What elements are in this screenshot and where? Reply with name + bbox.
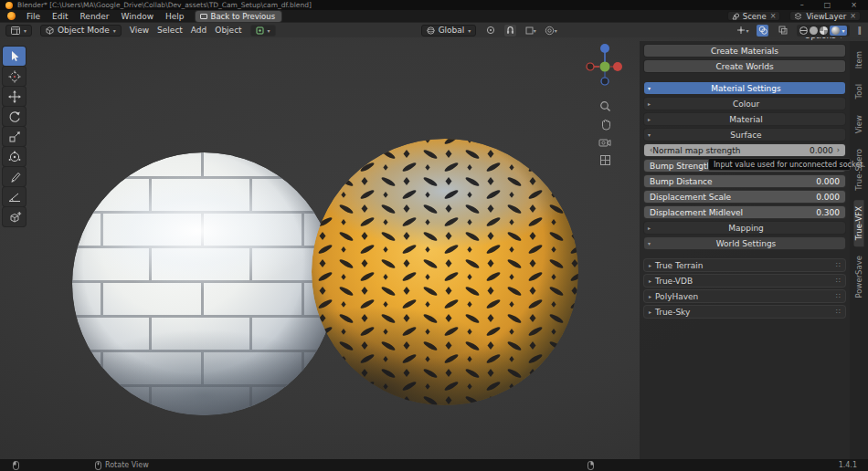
tooltip: Input value used for unconnected socket. — [708, 158, 851, 171]
tool-annotate[interactable] — [3, 167, 26, 186]
menu-view[interactable]: View — [130, 26, 149, 35]
camera-view-icon[interactable] — [598, 137, 611, 148]
displacement-scale-slider[interactable]: Displacement Scale 0.000 — [644, 191, 845, 203]
mode-dropdown[interactable]: Object Mode ▾ — [40, 25, 122, 37]
blender-menu-icon[interactable] — [7, 12, 16, 20]
chevron-down-icon: ▾ — [840, 37, 842, 39]
menu-file[interactable]: File — [26, 12, 41, 21]
menu-render[interactable]: Render — [79, 12, 111, 21]
panel-collapsed-icon: ▸ — [649, 293, 651, 299]
editor-type-button[interactable]: ▾ — [5, 25, 32, 37]
measure-icon — [7, 191, 22, 204]
menu-add[interactable]: Add — [191, 26, 206, 35]
sidebar-tabs: Item Tool View True-Spero True-VFX Power… — [850, 41, 868, 459]
tab-true-vfx[interactable]: True-VFX — [854, 200, 864, 246]
tool-transform[interactable] — [3, 147, 26, 166]
surface-sliders: ‹ Normal map strength 0.000 › Bump Stren… — [644, 144, 845, 218]
colour-subpanel[interactable]: ▸ Colour — [644, 98, 845, 110]
drag-handle-icon[interactable]: ∷ — [836, 261, 841, 269]
select-box-icon — [7, 50, 22, 63]
show-gizmo-dropdown[interactable]: ▾ — [736, 25, 748, 37]
surface-subpanel[interactable]: ▾ Surface — [644, 129, 845, 141]
tool-measure[interactable] — [3, 187, 26, 206]
material-subpanel[interactable]: ▸ Material — [644, 113, 845, 125]
transform-orientation-dropdown[interactable]: Global ▾ — [421, 25, 477, 37]
panel-collapsed-icon: ▸ — [649, 262, 651, 268]
displacement-midlevel-slider[interactable]: Displacement Midlevel 0.300 — [644, 206, 845, 218]
region-divider-icon[interactable]: ‖ — [858, 26, 863, 35]
scene-unlink-icon[interactable]: × — [770, 12, 777, 20]
scene-selector[interactable]: Scene × — [727, 11, 781, 21]
create-worlds-button[interactable]: Create Worlds — [644, 60, 845, 72]
tool-rotate[interactable] — [3, 107, 26, 126]
navigation-gizmo[interactable] — [587, 43, 623, 94]
snap-magnet-button[interactable] — [504, 25, 516, 37]
tool-move[interactable] — [3, 87, 26, 106]
material-settings-header[interactable]: ▾ Material Settings — [644, 82, 845, 94]
minimize-button[interactable]: – — [800, 1, 804, 10]
statusbar: Rotate View 1.4.1 — [0, 459, 868, 471]
tool-select-box[interactable] — [3, 47, 26, 66]
tab-powersave[interactable]: PowerSave — [854, 249, 864, 305]
section-true-terrain[interactable]: ▸ True Terrain ∷ — [644, 259, 845, 271]
shading-material-preview-button[interactable] — [820, 26, 828, 35]
drag-handle-icon[interactable]: ∷ — [836, 308, 841, 316]
slider-right-arrow-icon[interactable]: › — [837, 146, 840, 154]
annotate-pen-icon — [7, 171, 22, 183]
menu-help[interactable]: Help — [164, 12, 185, 21]
bump-distance-slider[interactable]: Bump Distance 0.000 — [644, 175, 845, 187]
shading-solid-button[interactable] — [810, 26, 818, 35]
shading-rendered-button[interactable]: ▾ — [830, 26, 846, 36]
tab-view[interactable]: View — [854, 109, 864, 140]
drag-handle-icon[interactable]: ∷ — [836, 277, 841, 285]
snap-target-dropdown[interactable]: ▾ — [524, 25, 536, 37]
xray-icon — [778, 26, 788, 35]
tab-true-spero[interactable]: True-Spero — [854, 142, 864, 197]
tab-item[interactable]: Item — [854, 45, 864, 75]
menubar: File Edit Render Window Help Back to Pre… — [0, 10, 868, 22]
blender-window: Blender* [C:\Users\MA\Google_Drive\Colla… — [0, 0, 868, 471]
collection-dropdown[interactable]: ▾ — [250, 25, 276, 37]
tab-tool[interactable]: Tool — [854, 78, 864, 106]
menu-object[interactable]: Object — [215, 26, 241, 35]
tool-add-primitive[interactable] — [3, 207, 26, 226]
back-to-previous-button[interactable]: Back to Previous — [196, 11, 282, 22]
create-materials-button[interactable]: Create Materials — [644, 45, 845, 57]
chevron-down-icon: ▾ — [555, 27, 557, 34]
panel-collapsed-icon: ▸ — [649, 277, 651, 284]
magnet-icon — [506, 26, 514, 35]
section-true-sky[interactable]: ▸ True-Sky ∷ — [644, 306, 845, 318]
mapping-subpanel[interactable]: ▸ Mapping — [644, 222, 845, 234]
proportional-editing-button[interactable]: ▾ — [545, 25, 556, 37]
pivot-point-button[interactable] — [484, 25, 496, 37]
section-true-vdb[interactable]: ▸ True-VDB ∷ — [644, 275, 845, 287]
tool-cursor[interactable] — [3, 67, 26, 86]
viewlayer-selector[interactable]: ViewLayer × — [789, 11, 861, 21]
options-dropdown[interactable]: Options ▾ — [804, 37, 842, 40]
drag-handle-icon[interactable]: ∷ — [836, 292, 841, 300]
normal-map-strength-slider[interactable]: ‹ Normal map strength 0.000 › — [644, 144, 845, 156]
pan-hand-icon[interactable] — [599, 119, 611, 131]
version-label: 1.4.1 — [839, 461, 857, 469]
gizmo-toggle-icon — [736, 26, 746, 35]
menu-window[interactable]: Window — [121, 12, 155, 21]
world-settings-header[interactable]: ▾ World Settings — [644, 237, 845, 249]
viewlayer-remove-icon[interactable]: × — [850, 12, 856, 20]
xray-toggle-button[interactable] — [777, 25, 789, 37]
show-overlays-button[interactable] — [757, 25, 768, 37]
zoom-view-icon[interactable] — [599, 100, 611, 112]
shading-wireframe-button[interactable] — [799, 26, 808, 35]
sidebar-panel: Create Materials Create Worlds ▾ Materia… — [640, 41, 850, 459]
tool-scale[interactable] — [3, 127, 26, 146]
maximize-button[interactable]: □ — [824, 1, 831, 10]
section-polyhaven[interactable]: ▸ PolyHaven ∷ — [644, 290, 845, 302]
axis-z-handle — [600, 44, 609, 53]
menu-select[interactable]: Select — [157, 26, 183, 35]
titlebar: Blender* [C:\Users\MA\Google_Drive\Colla… — [0, 0, 868, 10]
workspace-icon — [200, 14, 207, 19]
left-sphere — [65, 152, 343, 459]
chevron-down-icon: ▾ — [24, 27, 26, 34]
ortho-grid-icon[interactable] — [599, 154, 611, 166]
close-button[interactable]: × — [851, 1, 857, 10]
menu-edit[interactable]: Edit — [51, 12, 69, 21]
